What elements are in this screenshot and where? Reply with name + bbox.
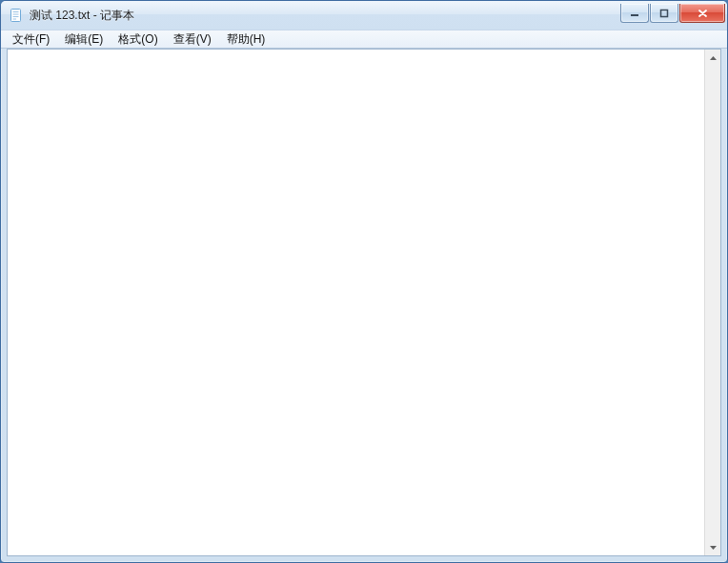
scroll-down-arrow-icon[interactable] <box>705 539 721 555</box>
client-area <box>7 49 721 556</box>
scroll-up-arrow-icon[interactable] <box>705 50 721 66</box>
window-title: 测试 123.txt - 记事本 <box>30 8 134 24</box>
menu-view[interactable]: 查看(V) <box>166 30 219 48</box>
maximize-button[interactable] <box>650 4 678 23</box>
minimize-button[interactable] <box>620 4 649 23</box>
menu-help[interactable]: 帮助(H) <box>219 30 273 48</box>
menu-file[interactable]: 文件(F) <box>5 30 57 48</box>
window-controls <box>620 4 725 23</box>
notepad-icon <box>9 8 24 23</box>
menu-format[interactable]: 格式(O) <box>111 30 165 48</box>
text-editor[interactable] <box>8 50 704 555</box>
menubar: 文件(F) 编辑(E) 格式(O) 查看(V) 帮助(H) <box>1 30 727 49</box>
notepad-window: 测试 123.txt - 记事本 文件(F) 编辑(E) 格式(O) 查看(V)… <box>0 0 728 563</box>
svg-rect-6 <box>661 10 668 16</box>
titlebar[interactable]: 测试 123.txt - 记事本 <box>1 1 727 30</box>
vertical-scrollbar[interactable] <box>704 50 720 555</box>
svg-rect-5 <box>631 14 638 16</box>
svg-rect-0 <box>11 10 21 22</box>
close-button[interactable] <box>679 4 725 23</box>
menu-edit[interactable]: 编辑(E) <box>57 30 111 48</box>
